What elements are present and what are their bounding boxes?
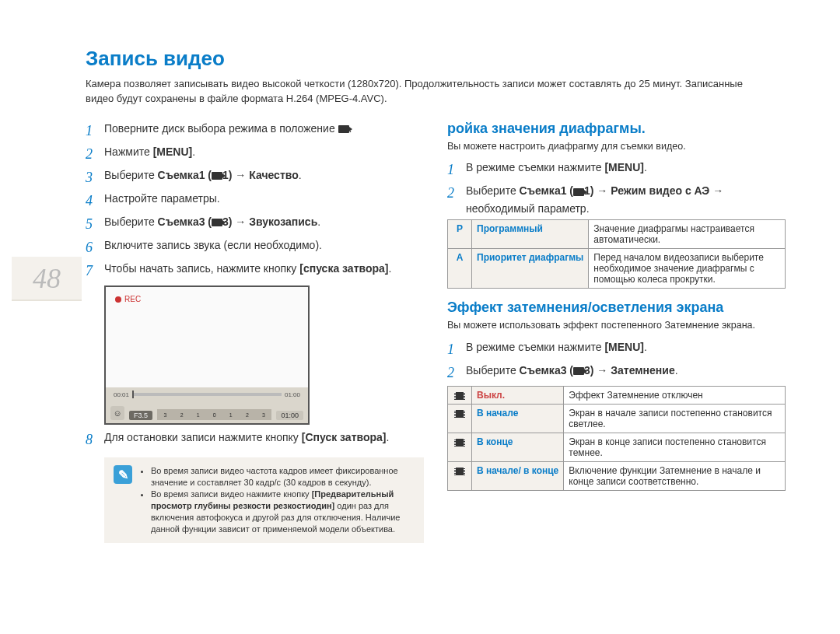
section2-title: Эффект затемнения/осветления экрана bbox=[447, 299, 786, 316]
step-number: 8 bbox=[86, 429, 96, 450]
option-label: В начале bbox=[472, 405, 564, 433]
time-left: 00:01 bbox=[114, 391, 129, 398]
time-track bbox=[132, 393, 282, 396]
left-column: 1Поверните диск выбора режима в положени… bbox=[86, 121, 424, 543]
step-number: 5 bbox=[86, 214, 96, 234]
note-icon: ✎ bbox=[114, 465, 132, 484]
step-row: 1В режиме съемки нажмите [MENU]. bbox=[447, 339, 786, 359]
video-camera-icon bbox=[212, 172, 222, 180]
option-icon-cell bbox=[448, 433, 472, 462]
section1-table: PПрограммныйЗначение диафрагмы настраива… bbox=[447, 219, 786, 289]
option-desc: Эффект Затемнение отключен bbox=[564, 387, 786, 405]
table-row: AПриоритет диафрагмыПеред началом видеоз… bbox=[448, 249, 786, 289]
film-icon bbox=[454, 410, 465, 418]
page-title: Запись видео bbox=[86, 47, 786, 71]
step-row: 5Выберите Съемка3 (3) → Звукозапись. bbox=[86, 214, 424, 234]
step-number: 6 bbox=[86, 237, 96, 257]
step-text: Для остановки записи нажмите кнопку [Спу… bbox=[104, 429, 389, 450]
time-bar: 00:01 01:00 bbox=[114, 391, 300, 398]
option-desc: Перед началом видеозаписи выберите необх… bbox=[589, 249, 786, 289]
step-row: 7Чтобы начать запись, нажмите кнопку [сп… bbox=[86, 261, 424, 281]
section1-steps: 1В режиме съемки нажмите [MENU].2Выберит… bbox=[447, 159, 786, 216]
section2-intro: Вы можете использовать эффект постепенно… bbox=[447, 319, 786, 333]
option-icon-cell: A bbox=[448, 249, 472, 289]
step-number: 1 bbox=[86, 121, 96, 141]
duration-pill: 01:00 bbox=[276, 411, 303, 420]
step-number: 4 bbox=[86, 191, 96, 211]
step-number: 1 bbox=[447, 159, 458, 180]
step-number: 2 bbox=[447, 363, 458, 383]
option-desc: Экран в конце записи постепенно становит… bbox=[564, 433, 786, 462]
option-icon-cell: P bbox=[448, 220, 472, 249]
option-desc: Экран в начале записи постепенно станови… bbox=[564, 405, 786, 433]
step-row: 1Поверните диск выбора режима в положени… bbox=[86, 121, 424, 141]
option-label: Программный bbox=[472, 220, 589, 249]
film-icon bbox=[454, 392, 465, 400]
page-number-box: 48 bbox=[12, 257, 82, 301]
film-icon bbox=[454, 439, 465, 447]
right-column: ройка значения диафрагмы. Вы можете наст… bbox=[447, 121, 786, 543]
section1-title: ройка значения диафрагмы. bbox=[447, 121, 786, 137]
step-row: 8 Для остановки записи нажмите кнопку [С… bbox=[86, 429, 424, 450]
step-row: 3Выберите Съемка1 (1) → Качество. bbox=[86, 167, 424, 187]
intro-text: Камера позволяет записывать видео высоко… bbox=[86, 77, 786, 107]
step-row: 6Включите запись звука (если необходимо)… bbox=[86, 237, 424, 257]
section1-intro: Вы можете настроить диафрагму для съемки… bbox=[447, 140, 786, 154]
manual-page: 48 Запись видео Камера позволяет записыв… bbox=[0, 0, 840, 634]
option-label: Приоритет диафрагмы bbox=[472, 249, 589, 289]
f-value-pill: F3.5 bbox=[129, 411, 152, 420]
ev-scale: 3210123 bbox=[157, 409, 271, 420]
option-label: Выкл. bbox=[472, 387, 564, 405]
step-number: 2 bbox=[86, 144, 96, 164]
step-row: 2Выберите Съемка1 (1) → Режим видео с АЭ… bbox=[447, 183, 786, 216]
section2-table: Выкл.Эффект Затемнение отключенВ началеЭ… bbox=[447, 386, 786, 491]
rec-dot-icon bbox=[115, 296, 121, 303]
table-row: PПрограммныйЗначение диафрагмы настраива… bbox=[448, 220, 786, 249]
screenshot-bottom-bar: 00:01 01:00 ☺ F3.5 3210123 01:00 bbox=[106, 387, 308, 423]
section2-steps: 1В режиме съемки нажмите [MENU].2Выберит… bbox=[447, 339, 786, 383]
film-icon bbox=[454, 468, 465, 475]
page-number: 48 bbox=[33, 262, 61, 295]
option-icon-cell bbox=[448, 462, 472, 491]
rec-label: REC bbox=[124, 295, 141, 303]
step-row: 2Выберите Съемка3 (3) → Затемнение. bbox=[447, 363, 786, 383]
table-row: В начале/ в концеВключение функции Затем… bbox=[448, 462, 786, 491]
table-row: Выкл.Эффект Затемнение отключен bbox=[448, 387, 786, 405]
left-step-8: 8 Для остановки записи нажмите кнопку [С… bbox=[86, 429, 424, 450]
rec-indicator: REC bbox=[115, 295, 141, 303]
step-row: 1В режиме съемки нажмите [MENU]. bbox=[447, 159, 786, 180]
video-camera-icon bbox=[212, 219, 222, 226]
note-item: Во время записи видео частота кадров име… bbox=[151, 465, 415, 489]
note-item: Во время записи видео нажмите кнопку [Пр… bbox=[151, 489, 415, 534]
note-box: ✎ Во время записи видео частота кадров и… bbox=[104, 457, 424, 542]
step-number: 2 bbox=[447, 183, 458, 216]
option-desc: Значение диафрагмы настраивается автомат… bbox=[589, 220, 786, 249]
video-camera-icon bbox=[573, 367, 584, 375]
option-label: В начале/ в конце bbox=[472, 462, 564, 491]
option-label: В конце bbox=[472, 433, 564, 462]
option-icon-cell bbox=[448, 405, 472, 433]
option-icon-cell bbox=[448, 387, 472, 405]
table-row: В концеЭкран в конце записи постепенно с… bbox=[448, 433, 786, 462]
step-row: 4Настройте параметры. bbox=[86, 191, 424, 211]
step-number: 7 bbox=[86, 261, 96, 281]
step-row: 2Нажмите [MENU]. bbox=[86, 144, 424, 164]
two-columns: 1Поверните диск выбора режима в положени… bbox=[86, 121, 786, 543]
step-number: 1 bbox=[447, 339, 458, 359]
video-camera-icon bbox=[573, 188, 584, 196]
face-detect-icon: ☺ bbox=[110, 406, 124, 420]
option-desc: Включение функции Затемнение в начале и … bbox=[564, 462, 786, 491]
note-list: Во время записи видео частота кадров име… bbox=[140, 465, 415, 534]
left-steps: 1Поверните диск выбора режима в положени… bbox=[86, 121, 424, 282]
camera-screenshot: REC 00:01 01:00 ☺ F3.5 3210123 01:00 bbox=[104, 285, 310, 425]
time-right: 01:00 bbox=[285, 391, 300, 398]
video-camera-icon bbox=[338, 125, 349, 133]
table-row: В началеЭкран в начале записи постепенно… bbox=[448, 405, 786, 433]
step-number: 3 bbox=[86, 167, 96, 187]
